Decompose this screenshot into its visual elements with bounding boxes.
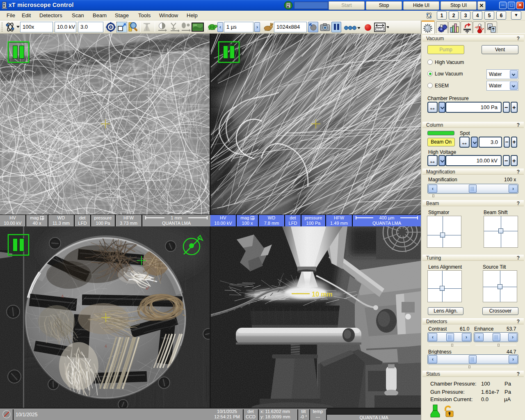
- svg-text:10 mm: 10 mm: [312, 291, 333, 298]
- svg-text:400 µm: 400 µm: [379, 215, 395, 220]
- svg-text:1 mm: 1 mm: [171, 215, 182, 220]
